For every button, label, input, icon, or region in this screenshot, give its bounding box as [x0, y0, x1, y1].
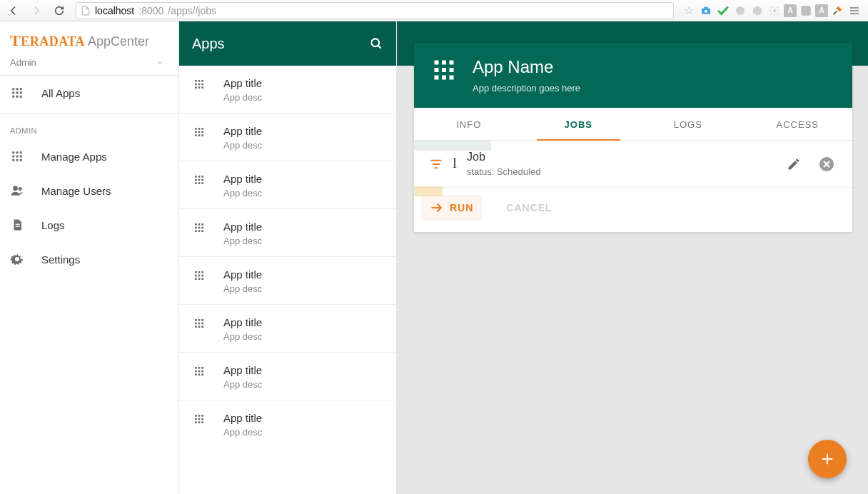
svg-rect-98 — [195, 421, 197, 423]
apps-grid-icon — [193, 268, 208, 294]
svg-rect-17 — [20, 151, 22, 153]
app-title: App title — [223, 221, 262, 233]
app-desc: App desc — [223, 283, 262, 294]
svg-point-4 — [773, 9, 776, 12]
svg-point-3 — [736, 6, 745, 15]
camera-icon[interactable] — [698, 3, 714, 19]
tab-logs[interactable]: LOGS — [633, 108, 743, 140]
svg-rect-63 — [198, 230, 201, 232]
app-list-item[interactable]: App titleApp desc — [179, 305, 396, 353]
svg-point-25 — [19, 187, 22, 191]
app-list-item[interactable]: App titleApp desc — [179, 114, 396, 161]
app-desc: App desc — [223, 379, 262, 390]
svg-rect-47 — [195, 176, 197, 178]
app-detail-card: App Name App description goes here INFO … — [414, 43, 852, 232]
letter-a-icon[interactable]: A — [784, 4, 797, 17]
svg-rect-68 — [195, 275, 197, 277]
svg-rect-62 — [195, 230, 197, 232]
bookmark-star-icon[interactable]: ☆ — [681, 3, 697, 19]
browser-back-button[interactable] — [4, 2, 23, 19]
svg-rect-89 — [195, 373, 197, 375]
svg-rect-10 — [16, 92, 19, 94]
svg-rect-40 — [201, 128, 203, 130]
apps-grid-icon — [193, 173, 208, 198]
letter-a-icon[interactable]: A — [815, 4, 828, 17]
app-detail-title: App Name — [473, 57, 580, 77]
svg-rect-83 — [195, 367, 197, 369]
svg-rect-95 — [195, 418, 197, 420]
sidebar-item-manage-apps[interactable]: Manage Apps — [0, 139, 178, 173]
cancel-button[interactable]: CANCEL — [506, 202, 552, 213]
apps-grid-icon — [193, 221, 208, 246]
svg-rect-21 — [12, 159, 14, 161]
tab-info[interactable]: INFO — [414, 108, 524, 140]
app-list-item[interactable]: App titleApp desc — [179, 161, 396, 209]
svg-rect-30 — [198, 80, 201, 82]
svg-rect-53 — [195, 182, 197, 184]
sidebar-item-manage-users[interactable]: Manage Users — [0, 173, 178, 208]
card-header: App Name App description goes here — [414, 43, 852, 108]
extension-icon[interactable] — [750, 3, 765, 19]
gear-icon[interactable] — [767, 3, 782, 19]
svg-rect-84 — [198, 367, 201, 369]
run-button[interactable]: RUN — [421, 195, 482, 221]
apps-grid-icon — [193, 77, 208, 103]
brand-block: TERADATA AppCenter Admin — [0, 21, 178, 76]
svg-rect-54 — [198, 182, 201, 184]
sidebar-item-logs[interactable]: Logs — [0, 208, 178, 242]
extension-icon[interactable] — [798, 3, 814, 19]
app-list-item[interactable]: App titleApp desc — [179, 209, 396, 257]
svg-rect-102 — [442, 61, 446, 65]
svg-point-24 — [13, 186, 18, 191]
hamburger-menu-icon[interactable] — [847, 3, 862, 19]
svg-rect-105 — [442, 68, 446, 72]
svg-rect-34 — [201, 84, 203, 86]
svg-rect-90 — [198, 373, 201, 375]
svg-rect-86 — [195, 370, 197, 373]
search-button[interactable] — [369, 36, 383, 51]
svg-rect-76 — [201, 319, 203, 321]
svg-rect-77 — [195, 323, 197, 325]
browser-forward-button[interactable] — [27, 2, 46, 19]
svg-rect-20 — [20, 156, 22, 158]
svg-rect-99 — [198, 421, 201, 423]
svg-rect-65 — [195, 271, 197, 273]
svg-rect-41 — [195, 131, 197, 133]
filter-icon[interactable] — [430, 158, 443, 171]
sidebar-item-label: Manage Users — [41, 185, 111, 197]
tab-jobs[interactable]: JOBS — [524, 108, 634, 140]
svg-rect-56 — [195, 223, 197, 226]
sidebar-item-label: Settings — [41, 253, 80, 266]
app-list-item[interactable]: App titleApp desc — [179, 257, 396, 305]
user-menu[interactable]: Admin — [10, 57, 168, 68]
delete-button[interactable] — [817, 154, 837, 174]
edit-button[interactable] — [784, 154, 804, 174]
svg-rect-13 — [16, 96, 19, 98]
plus-icon — [819, 451, 835, 467]
sidebar-item-settings[interactable]: Settings — [0, 242, 178, 276]
svg-rect-61 — [201, 227, 203, 229]
app-list-item[interactable]: App titleApp desc — [179, 353, 396, 400]
svg-rect-43 — [201, 131, 203, 133]
app-title: App title — [223, 412, 262, 424]
app-list-item[interactable]: App titleApp desc — [179, 400, 396, 448]
url-host: localhost — [95, 5, 134, 16]
sidebar-item-all-apps[interactable]: All Apps — [0, 76, 178, 110]
browser-url-field[interactable]: localhost:8000/apps//jobs — [76, 2, 674, 19]
eyedropper-icon[interactable] — [829, 3, 845, 19]
svg-rect-16 — [16, 151, 19, 153]
svg-rect-71 — [195, 278, 197, 280]
browser-reload-button[interactable] — [50, 2, 69, 19]
app-list-item[interactable]: App titleApp desc — [179, 66, 396, 114]
svg-rect-59 — [195, 227, 197, 229]
app-desc: App desc — [223, 92, 262, 103]
tab-access[interactable]: ACCESS — [743, 108, 853, 140]
fab-add-button[interactable] — [808, 440, 847, 478]
text-cursor-icon: I — [453, 156, 457, 171]
svg-rect-29 — [195, 80, 197, 82]
checkmark-icon[interactable] — [715, 3, 731, 19]
gear-icon — [10, 252, 24, 266]
extension-icon[interactable] — [732, 3, 748, 19]
svg-rect-6 — [12, 88, 14, 90]
app-desc: App desc — [223, 236, 262, 246]
